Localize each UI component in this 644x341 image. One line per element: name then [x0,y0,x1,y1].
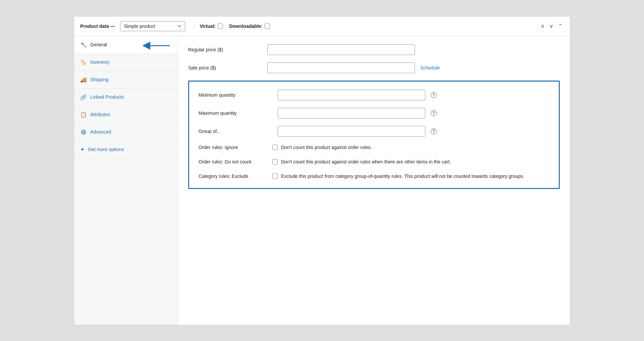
min-quantity-row: Minimum quantity ? [199,90,549,100]
group-of-row: Group of... ? [199,126,549,137]
downloadable-checkbox[interactable] [265,23,270,29]
collapse-down-button[interactable]: ∨ [548,22,555,30]
min-quantity-input[interactable] [278,90,425,100]
collapse-up-button[interactable]: ∧ [539,22,546,30]
product-data-header: Product data — Simple productVariable pr… [74,16,570,36]
sidebar-item-shipping[interactable]: 🚚 Shipping [74,71,178,89]
sidebar-item-attributes[interactable]: 📋 Attributes [74,106,178,124]
gear-icon: ⚙️ [80,129,87,135]
order-rules-donotcount-checkbox[interactable] [272,159,278,164]
link-icon: 🔗 [80,94,87,100]
truck-icon: 🚚 [80,77,87,83]
sale-price-input[interactable] [267,62,415,73]
category-rules-exclude-row: Category rules: Exclude Exclude this pro… [199,173,549,180]
sidebar-item-general-label: General [90,42,107,47]
virtual-checkbox[interactable] [218,23,223,29]
order-rules-ignore-label: Order rules: Ignore [199,144,272,150]
virtual-label[interactable]: Virtual: [200,23,223,29]
blue-bordered-section: Minimum quantity ? Maximum quantity ? Gr… [188,81,560,189]
sidebar-item-shipping-label: Shipping [90,77,109,82]
order-rules-ignore-checkbox[interactable] [272,145,278,150]
sidebar-item-linked-products-label: Linked Products [90,94,124,100]
sale-price-label: Sale price ($) [188,65,262,70]
sidebar-item-advanced-label: Advanced [90,129,111,135]
category-rules-exclude-checkbox[interactable] [272,174,278,179]
order-rules-donotcount-label: Order rules: Do not count [199,158,272,164]
max-quantity-label: Maximum quantity [199,110,272,116]
sidebar-item-linked-products[interactable]: 🔗 Linked Products [74,89,178,106]
order-rules-donotcount-text: Don't count this product against order r… [281,158,451,165]
group-of-label: Group of... [199,129,272,134]
max-quantity-input[interactable] [278,108,425,118]
sidebar-item-get-more-options-label: Get more options [88,147,124,152]
virtual-downloadable-group: Virtual: Downloadable: [194,23,270,29]
max-quantity-help-icon[interactable]: ? [431,110,437,116]
group-of-help-icon[interactable]: ? [431,128,437,134]
group-of-input[interactable] [278,126,425,137]
expand-button[interactable]: ⌃ [557,22,564,30]
tag-icon: 🏷️ [80,59,87,65]
product-data-title: Product data — [80,23,115,29]
category-rules-exclude-content: Exclude this product from category group… [272,173,524,180]
header-controls: ∧ ∨ ⌃ [539,22,564,30]
sidebar-item-get-more-options[interactable]: ✦ Get more options [74,141,178,158]
blue-arrow-indicator [143,40,173,52]
category-rules-exclude-label: Category rules: Exclude [199,173,272,179]
min-quantity-help-icon[interactable]: ? [431,92,437,98]
sidebar-item-inventory-label: Inventory [90,59,110,65]
product-data-body: 🔧 General 🏷️ Inventory [74,36,570,325]
main-content: Regular price ($) Sale price ($) Schedul… [178,36,570,325]
regular-price-row: Regular price ($) [188,44,560,55]
list-icon: 📋 [80,111,87,118]
order-rules-donotcount-row: Order rules: Do not count Don't count th… [199,158,549,165]
schedule-link[interactable]: Schedule [420,65,440,70]
sale-price-row: Sale price ($) Schedule [188,62,560,73]
min-quantity-label: Minimum quantity [199,92,272,98]
downloadable-label[interactable]: Downloadable: [229,23,270,29]
star-icon: ✦ [80,146,85,153]
sidebar: 🔧 General 🏷️ Inventory [74,36,178,325]
sidebar-item-advanced[interactable]: ⚙️ Advanced [74,124,178,141]
regular-price-input[interactable] [267,44,415,55]
order-rules-ignore-content: Don't count this product against order r… [272,144,372,151]
order-rules-ignore-row: Order rules: Ignore Don't count this pro… [199,144,549,151]
sidebar-item-inventory[interactable]: 🏷️ Inventory [74,54,178,71]
product-type-select[interactable]: Simple productVariable productGrouped pr… [120,21,185,31]
max-quantity-row: Maximum quantity ? [199,108,549,118]
category-rules-exclude-text: Exclude this product from category group… [281,173,524,180]
order-rules-ignore-text: Don't count this product against order r… [281,144,372,151]
product-data-box: Product data — Simple productVariable pr… [74,16,570,325]
regular-price-label: Regular price ($) [188,47,262,52]
wrench-icon: 🔧 [80,42,87,48]
order-rules-donotcount-content: Don't count this product against order r… [272,158,451,165]
sidebar-item-attributes-label: Attributes [90,112,110,117]
sidebar-item-general[interactable]: 🔧 General [74,36,178,54]
